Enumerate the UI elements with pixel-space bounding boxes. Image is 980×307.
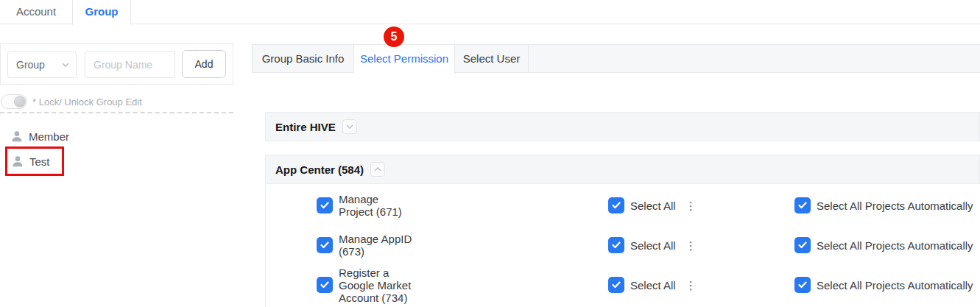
sidebar-item-test[interactable]: Test [11,155,50,168]
toggle-knob [14,96,26,107]
check-icon [320,202,329,209]
tab-account[interactable]: Account [0,0,72,24]
select-all-label: Select All [630,200,676,212]
section-title: Entire HIVE [275,121,336,133]
expand-section-button[interactable] [342,119,357,134]
check-icon [612,281,621,289]
permission-list: Manage Project (671) Select All ⋮ Select… [265,186,980,305]
check-icon [612,202,621,209]
lock-unlock-toggle[interactable] [1,94,27,109]
permission-checkbox[interactable] [317,237,333,253]
permission-label: Manage Project (671) [339,193,412,218]
group-name-label: Member [29,130,69,143]
check-icon [612,241,621,249]
more-options-icon[interactable]: ⋮ [685,280,697,291]
group-type-select-value: Group [16,59,45,71]
more-options-icon[interactable]: ⋮ [685,200,697,211]
tab-group-basic-info[interactable]: Group Basic Info [253,45,354,72]
add-group-button[interactable]: Add [182,50,226,78]
select-all-label: Select All [630,239,676,252]
step-number-badge: 5 [384,27,404,47]
permission-checkbox[interactable] [317,277,333,293]
permission-checkbox[interactable] [317,197,333,214]
select-all-label: Select All [630,279,676,292]
main-tab-bar: Group Basic Info Select Permission Selec… [252,44,980,72]
permission-row: Manage Project (671) Select All ⋮ Select… [265,186,980,225]
permission-label: Manage AppID (673) [339,233,412,258]
section-app-center: App Center (584) [265,155,980,184]
chevron-up-icon [374,167,381,172]
sidebar-item-member[interactable]: Member [10,130,69,143]
more-options-icon[interactable]: ⋮ [685,240,697,251]
auto-select-label: Select All Projects Automatically [817,200,973,212]
chevron-down-icon [346,124,353,129]
person-icon [11,155,24,168]
permission-row: Register a Google Market Account (734) S… [265,265,980,305]
group-name-input[interactable] [85,51,175,78]
check-icon [798,202,807,209]
auto-select-label: Select All Projects Automatically [817,239,973,252]
group-type-select[interactable]: Group [7,51,77,78]
auto-select-checkbox[interactable] [794,277,811,293]
check-icon [798,241,807,249]
permission-row: Manage AppID (673) Select All ⋮ Select A… [265,225,980,265]
sidebar-divider [0,112,233,113]
check-icon [320,241,329,249]
auto-select-checkbox[interactable] [794,197,811,214]
section-entire-hive: Entire HIVE [265,112,980,141]
tab-select-user[interactable]: Select User [455,45,529,72]
select-all-checkbox[interactable] [608,197,624,214]
group-name-label: Test [29,155,50,168]
select-all-checkbox[interactable] [608,277,624,293]
select-all-checkbox[interactable] [608,237,624,253]
chevron-down-icon [62,63,69,67]
check-icon [798,281,807,289]
tab-select-permission[interactable]: Select Permission [354,45,455,74]
group-create-panel: Group Add [0,43,233,85]
permission-label: Register a Google Market Account (734) [339,267,412,304]
lock-unlock-label: * Lock/ Unlock Group Edit [32,96,142,107]
auto-select-checkbox[interactable] [794,237,811,253]
tab-group[interactable]: Group [72,0,131,25]
collapse-section-button[interactable] [370,162,385,177]
person-icon [10,130,24,143]
auto-select-label: Select All Projects Automatically [817,279,973,292]
top-tab-bar: Account Group [0,0,980,24]
check-icon [320,281,329,289]
section-title: App Center (584) [275,163,364,176]
